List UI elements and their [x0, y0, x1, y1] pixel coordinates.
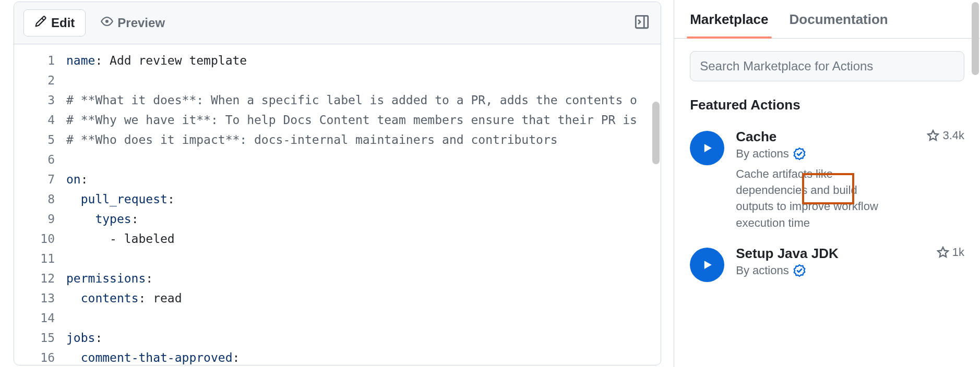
play-icon: [690, 131, 724, 165]
sidebar-expand-icon: [634, 14, 650, 32]
code-line[interactable]: [66, 308, 637, 328]
edit-tab-label: Edit: [51, 16, 75, 30]
code-line[interactable]: [66, 70, 637, 90]
action-item[interactable]: Cache3.4kBy actionsCache artifacts like …: [674, 119, 980, 236]
line-number-gutter: 12345678910111213141516: [14, 44, 66, 365]
action-body: Setup Java JDK1kBy actions: [736, 246, 964, 282]
line-number: 6: [14, 150, 55, 169]
code-content[interactable]: name: Add review template# **What it doe…: [66, 44, 637, 365]
line-number: 3: [14, 90, 55, 110]
star-icon: [927, 129, 939, 142]
action-author: By actions: [736, 147, 964, 161]
code-line[interactable]: # **Why we have it**: To help Docs Conte…: [66, 110, 637, 130]
code-line[interactable]: types:: [66, 209, 637, 229]
editor-toolbar: Edit Preview: [14, 2, 661, 44]
line-number: 4: [14, 110, 55, 130]
play-icon: [690, 248, 724, 282]
code-line[interactable]: comment-that-approved:: [66, 348, 637, 365]
editor-scrollbar[interactable]: [651, 44, 661, 365]
line-number: 11: [14, 249, 55, 268]
code-icon: [34, 15, 47, 31]
line-number: 15: [14, 328, 55, 348]
code-line[interactable]: permissions:: [66, 268, 637, 288]
preview-tab[interactable]: Preview: [90, 9, 176, 36]
marketplace-tabs: Marketplace Documentation: [674, 0, 980, 39]
line-number: 14: [14, 308, 55, 328]
line-number: 2: [14, 70, 55, 90]
marketplace-panel: Marketplace Documentation Featured Actio…: [674, 0, 980, 367]
code-line[interactable]: contents: read: [66, 288, 637, 308]
line-number: 1: [14, 51, 55, 70]
line-number: 12: [14, 268, 55, 288]
star-icon: [937, 246, 949, 259]
marketplace-search-input[interactable]: [690, 51, 964, 81]
line-number: 5: [14, 130, 55, 150]
action-title: Setup Java JDK: [736, 246, 839, 262]
eye-icon: [101, 15, 113, 31]
tab-documentation[interactable]: Documentation: [790, 11, 888, 38]
code-line[interactable]: on:: [66, 169, 637, 189]
action-stars[interactable]: 1k: [937, 246, 964, 259]
line-number: 8: [14, 189, 55, 209]
code-line[interactable]: # **Who does it impact**: docs-internal …: [66, 130, 637, 150]
featured-actions-heading: Featured Actions: [674, 81, 980, 119]
action-body: Cache3.4kBy actionsCache artifacts like …: [736, 129, 964, 231]
code-line[interactable]: [66, 150, 637, 169]
code-line[interactable]: jobs:: [66, 328, 637, 348]
preview-tab-label: Preview: [117, 16, 165, 30]
action-item[interactable]: Setup Java JDK1kBy actions: [674, 236, 980, 287]
action-title: Cache: [736, 129, 776, 145]
line-number: 9: [14, 209, 55, 229]
line-number: 10: [14, 229, 55, 249]
edit-tab[interactable]: Edit: [23, 9, 86, 36]
code-editor[interactable]: 12345678910111213141516 name: Add review…: [14, 44, 661, 365]
code-line[interactable]: name: Add review template: [66, 51, 637, 70]
verified-icon: [793, 264, 806, 277]
code-line[interactable]: - labeled: [66, 229, 637, 249]
marketplace-scrollbar[interactable]: [971, 0, 980, 367]
action-author: By actions: [736, 264, 964, 277]
tab-marketplace[interactable]: Marketplace: [690, 11, 768, 38]
action-description: Cache artifacts like dependencies and bu…: [736, 166, 892, 231]
featured-actions-list: Cache3.4kBy actionsCache artifacts like …: [674, 119, 980, 287]
editor-panel: Edit Preview 12345678910111213141516 nam…: [14, 2, 661, 365]
code-line[interactable]: pull_request:: [66, 189, 637, 209]
code-line[interactable]: # **What it does**: When a specific labe…: [66, 90, 637, 110]
line-number: 16: [14, 348, 55, 365]
toggle-sidebar-button[interactable]: [632, 14, 651, 32]
line-number: 13: [14, 288, 55, 308]
action-stars[interactable]: 3.4k: [927, 129, 964, 142]
verified-icon: [793, 148, 806, 160]
code-line[interactable]: [66, 249, 637, 268]
line-number: 7: [14, 169, 55, 189]
